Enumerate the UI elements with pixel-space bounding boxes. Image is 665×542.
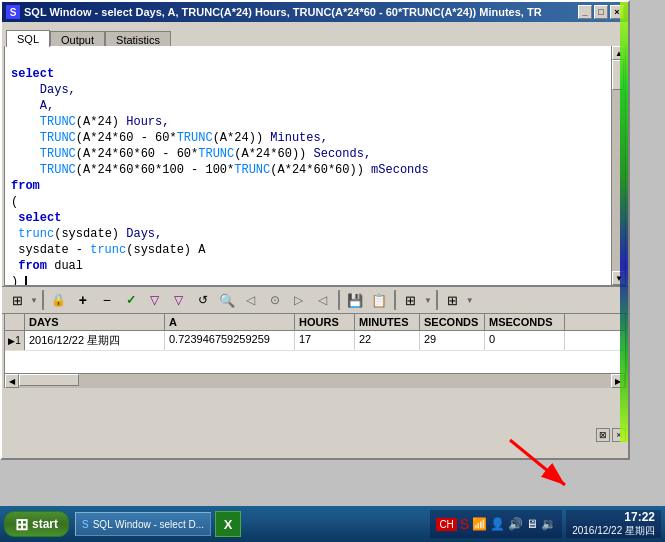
table-row[interactable]: ▶ 1 2016/12/22 星期四 0.723946759259259 17 … [5, 331, 625, 351]
refresh-btn[interactable]: ↺ [192, 289, 214, 311]
col-header-a: A [165, 314, 295, 330]
side-indicator [620, 2, 628, 442]
filter-btn1[interactable]: ▽ [144, 289, 166, 311]
title-bar: S SQL Window - select Days, A, TRUNC(A*2… [2, 2, 628, 22]
systray: CH S 📶 👤 🔊 🖥 🔉 [430, 510, 562, 538]
taskbar-right: CH S 📶 👤 🔊 🖥 🔉 17:22 2016/12/22 星期四 [430, 510, 661, 538]
network-icon: 📶 [472, 517, 487, 531]
remove-btn[interactable]: − [96, 289, 118, 311]
float-btn[interactable]: ⊠ [596, 428, 610, 442]
tab-sql[interactable]: SQL [6, 30, 50, 47]
nav-left2-btn[interactable]: ◁ [312, 289, 334, 311]
maximize-button[interactable]: □ [594, 5, 608, 19]
toolbar-sep4 [436, 290, 438, 310]
main-window: S SQL Window - select Days, A, TRUNC(A*2… [0, 0, 630, 460]
toolbar: ⊞ ▼ 🔒 + − ✓ ▽ ▽ ↺ 🔍 ◁ ⊙ ▷ ◁ 💾 📋 ⊞ ▼ ⊞ ▼ [2, 286, 628, 314]
nav-circle-btn[interactable]: ⊙ [264, 289, 286, 311]
hscroll-thumb[interactable] [19, 374, 79, 386]
start-button[interactable]: ⊞ start [4, 511, 69, 537]
dropdown-arrow[interactable]: ▼ [30, 296, 38, 305]
tab-bar: SQL Output Statistics [2, 22, 628, 46]
grid-header: DAYS A HOURS MINUTES SECONDS MSECONDS [5, 314, 625, 331]
lock-btn[interactable]: 🔒 [48, 289, 70, 311]
hscroll-track[interactable] [19, 374, 611, 388]
minimize-button[interactable]: _ [578, 5, 592, 19]
search-btn[interactable]: 🔍 [216, 289, 238, 311]
red-arrow [500, 430, 580, 500]
grid-btn[interactable]: ⊞ [6, 289, 28, 311]
sql-editor[interactable]: select Days, A, TRUNC(A*24) Hours, TRUNC… [4, 46, 626, 286]
toolbar-sep3 [394, 290, 396, 310]
grid3-btn[interactable]: ⊞ [442, 289, 464, 311]
excel-taskbar-btn[interactable]: X [215, 511, 241, 537]
toolbar-sep2 [338, 290, 340, 310]
add-btn[interactable]: + [72, 289, 94, 311]
editor-content: select Days, A, TRUNC(A*24) Hours, TRUNC… [5, 46, 625, 286]
row-num-header [5, 314, 25, 330]
filter-btn2[interactable]: ▽ [168, 289, 190, 311]
dropdown-arrow3[interactable]: ▼ [466, 296, 474, 305]
dropdown-arrow2[interactable]: ▼ [424, 296, 432, 305]
toolbar-sep1 [42, 290, 44, 310]
cell-minutes: 22 [355, 331, 420, 350]
lang-icon: CH [436, 518, 456, 531]
clock-time: 17:22 [624, 510, 655, 524]
svg-line-1 [510, 440, 565, 485]
window-title: SQL Window - select Days, A, TRUNC(A*24)… [24, 6, 578, 18]
nav-left-btn[interactable]: ◁ [240, 289, 262, 311]
col-header-mseconds: MSECONDS [485, 314, 565, 330]
cell-seconds: 29 [420, 331, 485, 350]
user-icon: 👤 [490, 517, 505, 531]
horizontal-scrollbar[interactable]: ◀ ▶ [4, 374, 626, 388]
volume-icon: 🔉 [541, 517, 556, 531]
taskbar: ⊞ start S SQL Window - select D... X CH … [0, 506, 665, 542]
grid2-btn[interactable]: ⊞ [400, 289, 422, 311]
row-indicator: ▶ 1 [5, 331, 25, 350]
nav-right-btn[interactable]: ▷ [288, 289, 310, 311]
col-header-hours: HOURS [295, 314, 355, 330]
app-icon: S [6, 5, 20, 19]
monitor-icon: 🖥 [526, 517, 538, 531]
sougou-icon: S [460, 516, 469, 532]
clock-date: 2016/12/22 星期四 [572, 524, 655, 538]
col-header-minutes: MINUTES [355, 314, 420, 330]
results-container: DAYS A HOURS MINUTES SECONDS MSECONDS ▶ … [4, 314, 626, 374]
window-controls: _ □ × [578, 5, 624, 19]
sound-icon: 🔊 [508, 517, 523, 531]
cell-a: 0.723946759259259 [165, 331, 295, 350]
col-header-seconds: SECONDS [420, 314, 485, 330]
copy-btn[interactable]: 📋 [368, 289, 390, 311]
taskbar-window-btn[interactable]: S SQL Window - select D... [75, 512, 211, 536]
hscroll-left-btn[interactable]: ◀ [5, 374, 19, 388]
cell-mseconds: 0 [485, 331, 565, 350]
confirm-btn[interactable]: ✓ [120, 289, 142, 311]
save-btn[interactable]: 💾 [344, 289, 366, 311]
cell-hours: 17 [295, 331, 355, 350]
clock[interactable]: 17:22 2016/12/22 星期四 [566, 510, 661, 538]
cell-days: 2016/12/22 星期四 [25, 331, 165, 350]
col-header-days: DAYS [25, 314, 165, 330]
